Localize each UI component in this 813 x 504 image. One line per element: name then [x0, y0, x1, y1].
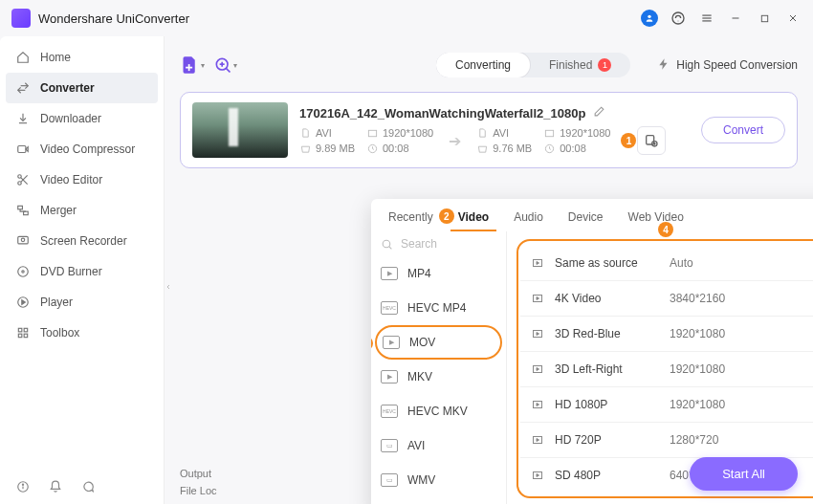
sidebar-item-label: DVD Burner: [40, 265, 102, 278]
svg-point-22: [18, 267, 29, 277]
format-item-mov[interactable]: 3 ▶MOV: [375, 325, 502, 360]
start-all-button[interactable]: Start All: [690, 457, 798, 491]
add-from-source-button[interactable]: ▾: [212, 53, 237, 77]
tab-converting[interactable]: Converting: [436, 53, 530, 77]
format-label: WMV: [407, 473, 435, 487]
step-badge-2: 2: [439, 208, 454, 224]
home-icon: [15, 50, 31, 65]
svg-line-36: [226, 68, 230, 72]
target-format: AVI: [493, 127, 509, 139]
svg-marker-56: [537, 404, 539, 406]
user-avatar-icon[interactable]: [641, 10, 658, 27]
support-icon[interactable]: [670, 10, 687, 27]
sidebar-item-screen-recorder[interactable]: Screen Recorder: [0, 226, 164, 256]
tab-label: Device: [568, 210, 604, 224]
svg-rect-28: [18, 334, 22, 338]
file-icon: [476, 127, 488, 139]
format-icon: ▭: [381, 439, 398, 452]
source-size: 9.89 MB: [316, 142, 355, 154]
sidebar-item-video-compressor[interactable]: Video Compressor: [0, 134, 164, 164]
target-size: 9.76 MB: [493, 142, 532, 154]
file-icon: [299, 127, 311, 139]
add-file-button[interactable]: ▾: [180, 53, 205, 77]
download-icon: [15, 111, 31, 126]
format-label: MKV: [407, 370, 432, 383]
target-duration: 00:08: [560, 142, 586, 154]
popover-tab-web-video[interactable]: Web Video: [625, 208, 688, 226]
sidebar-item-toolbox[interactable]: Toolbox: [0, 318, 164, 348]
tab-finished[interactable]: Finished 1: [530, 53, 630, 77]
popover-tab-audio[interactable]: Audio: [510, 208, 547, 226]
svg-marker-60: [537, 474, 539, 477]
popover-tab-device[interactable]: Device: [564, 208, 607, 226]
highspeed-toggle[interactable]: High Speed Conversion: [657, 57, 798, 74]
bell-icon[interactable]: [48, 479, 63, 494]
sidebar-item-home[interactable]: Home: [0, 42, 164, 73]
popover-tab-video[interactable]: 2 Video: [454, 208, 493, 226]
clock-icon: [366, 142, 378, 154]
format-icon: ▶: [381, 370, 398, 383]
toolbox-icon: [15, 325, 31, 340]
window-close-button[interactable]: [784, 10, 802, 27]
preset-item[interactable]: HD 720P 1280*720: [520, 422, 813, 457]
video-thumbnail[interactable]: [192, 102, 288, 158]
svg-point-1: [672, 12, 684, 24]
feedback-icon[interactable]: [80, 479, 96, 494]
format-search[interactable]: Search: [371, 231, 506, 256]
svg-rect-39: [368, 130, 376, 136]
sidebar-item-video-editor[interactable]: Video Editor: [0, 164, 164, 195]
file-card: 170216A_142_WomanWatchingWaterfall2_1080…: [180, 92, 798, 168]
popover-tab-recently[interactable]: Recently: [385, 208, 437, 226]
format-label: HEVC MKV: [407, 405, 468, 418]
format-item-avi[interactable]: ▭AVI: [371, 428, 506, 463]
fileloc-label: File Loc: [180, 485, 217, 496]
sidebar-item-converter[interactable]: Converter: [6, 73, 158, 103]
footer-labels: Output File Loc: [180, 468, 217, 496]
sidebar-item-dvd-burner[interactable]: DVD Burner: [0, 256, 164, 287]
convert-button[interactable]: Convert: [701, 117, 785, 143]
format-item-mp4[interactable]: ▶MP4: [371, 256, 506, 291]
svg-point-23: [22, 271, 24, 273]
app-title: Wondershare UniConverter: [38, 11, 189, 26]
format-item-wmv[interactable]: ▭WMV: [371, 463, 506, 497]
preset-item[interactable]: 4K Video 3840*2160: [520, 280, 813, 316]
format-icon: ▶: [383, 336, 400, 349]
svg-marker-54: [537, 368, 539, 371]
source-format: AVI: [316, 127, 332, 139]
highspeed-label: High Speed Conversion: [676, 58, 798, 72]
sidebar-item-label: Screen Recorder: [40, 234, 127, 248]
video-icon: [530, 434, 545, 446]
window-minimize-button[interactable]: [727, 10, 744, 27]
converter-icon: [15, 80, 31, 96]
app-logo: [11, 9, 31, 28]
window-maximize-button[interactable]: [756, 10, 773, 27]
preset-name: Same as source: [555, 256, 660, 270]
output-settings-button[interactable]: 1: [637, 126, 666, 155]
tab-label: Converting: [455, 58, 511, 72]
size-icon: [476, 142, 488, 154]
preset-item[interactable]: HD 1080P 1920*1080: [520, 386, 813, 422]
preset-item[interactable]: Same as source Auto: [520, 245, 813, 280]
preset-item[interactable]: 3D Left-Right 1920*1080: [520, 351, 813, 386]
menu-icon[interactable]: [698, 10, 715, 27]
play-icon: [15, 295, 31, 310]
rename-icon[interactable]: [593, 105, 605, 121]
sidebar-item-merger[interactable]: Merger: [0, 195, 164, 226]
svg-marker-52: [537, 333, 539, 336]
sidebar-item-label: Toolbox: [40, 326, 79, 340]
format-label: MP4: [407, 267, 431, 280]
preset-item[interactable]: 3D Red-Blue 1920*1080: [520, 316, 813, 351]
info-icon[interactable]: [15, 479, 31, 494]
format-item-mkv[interactable]: ▶MKV: [371, 360, 506, 394]
format-item-hevc-mp4[interactable]: HEVCHEVC MP4: [371, 291, 506, 325]
preset-resolution: 1920*1080: [670, 327, 802, 340]
svg-marker-58: [537, 439, 539, 442]
sidebar-item-player[interactable]: Player: [0, 287, 164, 318]
main-area: ▾ ▾ Converting Finished 1 High Speed Con…: [165, 36, 813, 504]
compressor-icon: [15, 142, 31, 157]
sidebar-item-downloader[interactable]: Downloader: [0, 103, 164, 134]
format-item-hevc-mkv[interactable]: HEVCHEVC MKV: [371, 394, 506, 428]
sidebar-item-label: Downloader: [40, 112, 101, 125]
svg-point-32: [22, 484, 23, 485]
preset-name: HD 720P: [555, 433, 660, 447]
